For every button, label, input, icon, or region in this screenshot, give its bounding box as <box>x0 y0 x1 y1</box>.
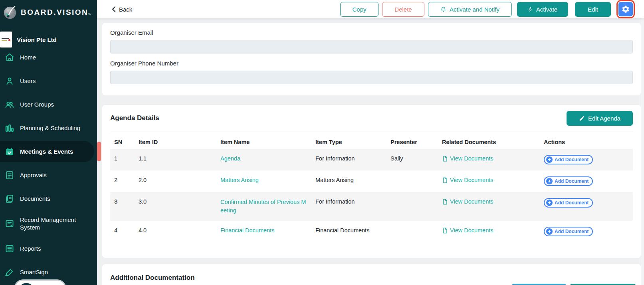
add-document-button[interactable]: +Add Document <box>544 227 593 236</box>
plus-circle-icon: + <box>546 200 553 206</box>
organiser-email-label: Organiser Email <box>110 29 633 36</box>
sidebar-item-approvals[interactable]: Approvals <box>0 163 97 187</box>
sidebar-collapse-toggle-icon[interactable] <box>88 9 91 16</box>
user-icon <box>5 76 14 86</box>
view-documents-link[interactable]: View Documents <box>442 155 493 162</box>
organiser-phone-input[interactable] <box>110 71 633 84</box>
column-presenter: Presenter <box>386 135 438 149</box>
sidebar-nav: Home Users User Groups Planning & Schedu… <box>0 46 97 284</box>
organiser-card: Organiser Email Organiser Phone Number <box>102 23 641 95</box>
back-label: Back <box>119 6 132 13</box>
item-name-link[interactable]: Confirmed Minutes of Previous Meeting <box>220 198 307 215</box>
bar-chart-icon <box>5 123 14 133</box>
documents-copy-icon <box>5 194 14 204</box>
sidebar-item-user-groups[interactable]: User Groups <box>0 93 97 116</box>
pencil-icon <box>579 115 585 121</box>
sidebar-item-reports[interactable]: Reports <box>0 237 97 260</box>
app-root: BOARD.VISION Vision Pte Ltd Home Users <box>0 0 644 285</box>
agenda-details-title: Agenda Details <box>110 114 159 122</box>
organiser-email-input[interactable] <box>110 40 633 53</box>
organiser-phone-label: Organiser Phone Number <box>110 60 633 67</box>
cell-presenter <box>386 192 438 221</box>
activate-button[interactable]: Activate <box>517 2 568 17</box>
agenda-row-1: 1 1.1 Agenda For Information Sally View … <box>110 149 633 170</box>
activate-and-notify-button[interactable]: Activate and Notify <box>428 2 512 17</box>
cell-item-type: Financial Documents <box>311 221 386 242</box>
agenda-row-2: 2 2.0 Matters Arising Matters Arising Vi… <box>110 170 633 192</box>
home-icon <box>5 53 14 62</box>
add-document-button[interactable]: +Add Document <box>544 176 593 186</box>
scrollbar[interactable] <box>641 18 644 285</box>
record-management-icon <box>5 219 14 228</box>
pen-icon <box>5 267 14 277</box>
main-area: Back Copy Delete Activate and Notify Act… <box>97 0 644 285</box>
sidebar-item-documents[interactable]: Documents <box>0 187 97 210</box>
sidebar-item-home[interactable]: Home <box>0 46 97 69</box>
top-toolbar: Back Copy Delete Activate and Notify Act… <box>97 0 644 18</box>
item-name-link[interactable]: Agenda <box>220 155 240 162</box>
chevron-left-icon <box>112 6 116 12</box>
assistant-bubble-icon <box>19 283 34 285</box>
column-item-id: Item ID <box>135 135 216 149</box>
file-icon <box>442 177 448 184</box>
view-documents-link[interactable]: View Documents <box>442 176 493 184</box>
approvals-document-icon <box>5 170 14 180</box>
calendar-check-icon <box>5 147 14 156</box>
cell-item-id: 1.1 <box>135 149 216 170</box>
column-item-name: Item Name <box>216 135 311 149</box>
item-name-link[interactable]: Matters Arising <box>220 177 259 183</box>
cell-item-id: 4.0 <box>135 221 216 242</box>
add-document-button[interactable]: +Add Document <box>544 198 593 208</box>
agenda-table-header-row: SN Item ID Item Name Item Type Presenter… <box>110 135 633 149</box>
add-document-button[interactable]: +Add Document <box>544 155 593 164</box>
sidebar-item-meetings-events[interactable]: Meetings & Events <box>0 140 97 163</box>
column-item-type: Item Type <box>311 135 386 149</box>
agenda-row-3: 3 3.0 Confirmed Minutes of Previous Meet… <box>110 192 633 221</box>
edit-button[interactable]: Edit <box>575 2 611 17</box>
agenda-row-4: 4 4.0 Financial Documents Financial Docu… <box>110 221 633 242</box>
cell-presenter <box>386 221 438 242</box>
plus-circle-icon: + <box>546 156 553 163</box>
sidebar-item-planning-scheduling[interactable]: Planning & Scheduling <box>0 116 97 140</box>
item-name-link[interactable]: Financial Documents <box>220 227 274 234</box>
column-actions: Actions <box>540 135 633 149</box>
column-sn: SN <box>110 135 135 149</box>
divider <box>110 131 633 131</box>
settings-gear-wrap <box>618 2 633 16</box>
sidebar: BOARD.VISION Vision Pte Ltd Home Users <box>0 0 97 285</box>
org-name: Vision Pte Ltd <box>17 36 57 43</box>
cell-sn: 3 <box>110 192 135 221</box>
agenda-table: SN Item ID Item Name Item Type Presenter… <box>110 135 633 242</box>
column-related-documents: Related Documents <box>438 135 540 149</box>
copy-button[interactable]: Copy <box>340 2 378 17</box>
edit-agenda-button[interactable]: Edit Agenda <box>567 111 633 126</box>
brand-name: BOARD.VISION <box>21 8 88 17</box>
org-logo <box>0 32 12 48</box>
cell-item-id: 3.0 <box>135 192 216 221</box>
reports-list-icon <box>5 244 14 253</box>
view-documents-link[interactable]: View Documents <box>442 198 493 206</box>
cell-sn: 2 <box>110 170 135 192</box>
file-icon <box>442 198 448 205</box>
file-icon <box>442 155 448 162</box>
user-groups-icon <box>5 100 14 109</box>
brand-row: BOARD.VISION <box>0 0 97 25</box>
sidebar-item-record-management-system[interactable]: Record Management System <box>0 210 97 237</box>
assistant-widget[interactable] <box>14 279 66 285</box>
lightning-icon <box>528 6 533 13</box>
toolbar-actions: Copy Delete Activate and Notify Activate… <box>340 2 633 17</box>
delete-button[interactable]: Delete <box>382 2 424 17</box>
back-button[interactable]: Back <box>112 6 132 13</box>
sidebar-item-users[interactable]: Users <box>0 69 97 93</box>
view-documents-link[interactable]: View Documents <box>442 227 493 234</box>
cell-item-id: 2.0 <box>135 170 216 192</box>
cell-sn: 4 <box>110 221 135 242</box>
cell-item-type: For Information <box>311 149 386 170</box>
bell-icon <box>440 6 446 13</box>
additional-documentation-card: Additional Documentation Add Document <box>102 264 641 285</box>
active-item-indicator <box>97 142 101 161</box>
plus-circle-icon: + <box>546 228 553 235</box>
cell-presenter: Sally <box>386 149 438 170</box>
cell-item-type: For Information <box>311 192 386 221</box>
settings-gear-button[interactable] <box>618 2 633 16</box>
